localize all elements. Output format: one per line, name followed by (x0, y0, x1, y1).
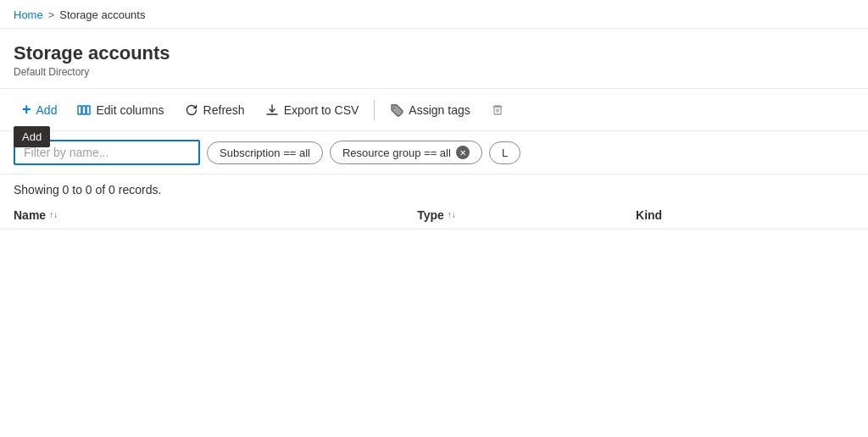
svg-rect-6 (494, 107, 501, 114)
column-name[interactable]: Name ↑↓ (14, 208, 417, 222)
refresh-icon (185, 103, 198, 117)
column-type-sort-icon: ↑↓ (448, 211, 456, 219)
column-kind[interactable]: Kind (636, 208, 854, 222)
add-tooltip: Add (14, 126, 50, 147)
edit-columns-label: Edit columns (96, 103, 164, 117)
toolbar-divider (374, 100, 375, 120)
svg-point-5 (393, 107, 395, 108)
refresh-label: Refresh (203, 103, 245, 117)
toolbar: + Add Edit columns Refresh (0, 89, 868, 131)
svg-rect-1 (82, 106, 86, 114)
column-type-label: Type (417, 208, 444, 222)
plus-icon: + (22, 101, 31, 119)
edit-columns-button[interactable]: Edit columns (69, 98, 172, 122)
page-title: Storage accounts (14, 42, 854, 64)
breadcrumb-separator: > (48, 8, 55, 21)
page-header: Storage accounts Default Directory (0, 29, 868, 89)
subscription-filter-pill[interactable]: Subscription == all (207, 141, 323, 164)
breadcrumb: Home > Storage accounts (0, 0, 868, 29)
column-name-sort-icon: ↑↓ (49, 211, 58, 219)
add-button[interactable]: + Add (14, 96, 65, 124)
page-subtitle: Default Directory (14, 66, 854, 78)
records-info: Showing 0 to 0 of 0 records. (0, 174, 868, 202)
refresh-button[interactable]: Refresh (176, 98, 253, 122)
table-header: Name ↑↓ Type ↑↓ Kind (0, 202, 868, 230)
delete-icon (491, 103, 504, 117)
export-csv-label: Export to CSV (284, 103, 359, 117)
subscription-filter-label: Subscription == all (220, 147, 310, 159)
partial-filter-label: L (502, 147, 508, 159)
column-type[interactable]: Type ↑↓ (417, 208, 636, 222)
breadcrumb-home-link[interactable]: Home (14, 8, 43, 21)
svg-rect-2 (86, 106, 90, 114)
resource-group-filter-label: Resource group == all (342, 147, 451, 159)
column-name-label: Name (14, 208, 46, 222)
delete-button[interactable] (482, 98, 513, 122)
export-icon (265, 103, 279, 117)
resource-group-filter-pill[interactable]: Resource group == all ✕ (330, 141, 482, 164)
export-csv-button[interactable]: Export to CSV (257, 98, 368, 122)
tag-icon (390, 103, 403, 117)
svg-rect-0 (78, 106, 81, 114)
assign-tags-label: Assign tags (409, 103, 470, 117)
resource-group-filter-close[interactable]: ✕ (456, 146, 470, 159)
filter-bar: Subscription == all Resource group == al… (0, 131, 868, 174)
add-label: Add (36, 103, 58, 117)
records-text: Showing 0 to 0 of 0 records. (14, 183, 161, 196)
partial-filter-pill[interactable]: L (489, 141, 520, 164)
edit-columns-icon (77, 103, 91, 117)
breadcrumb-current: Storage accounts (59, 8, 145, 21)
column-kind-label: Kind (636, 208, 662, 222)
assign-tags-button[interactable]: Assign tags (381, 98, 478, 122)
